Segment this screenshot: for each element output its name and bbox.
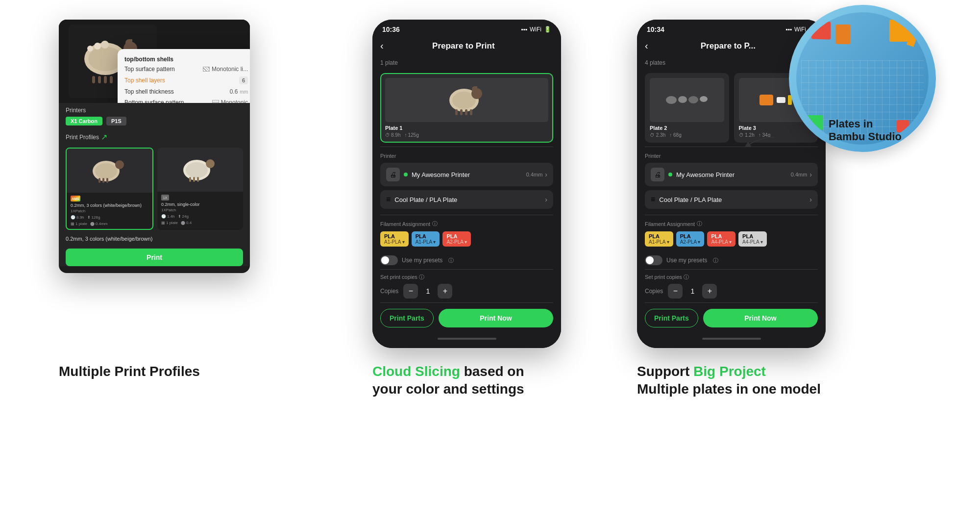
- right-printer-right: 0.4mm ›: [791, 171, 812, 178]
- printer-chips: X1 Carbon P1S: [66, 117, 243, 125]
- right-filament-label: Filament Assignment: [645, 221, 695, 227]
- profiles-grid: AMS 0.2mm, 3 colors (white/beige/brown) …: [59, 145, 250, 233]
- printer-name: My Awesome Printer: [412, 171, 470, 178]
- profiles-label: Print Profiles ↗: [59, 129, 250, 145]
- printer-icon: 🖨: [386, 168, 400, 181]
- printer-chip-p1s[interactable]: P1S: [106, 117, 126, 125]
- profile-ams: AMS: [71, 196, 148, 201]
- studio-screen: top/bottom shells Top surface pattern Mo…: [59, 20, 250, 266]
- right-print-now-button[interactable]: Print Now: [703, 309, 818, 327]
- right-filament-chip-3[interactable]: PLA A4-PLA ▾: [707, 231, 735, 247]
- right-copies-plus[interactable]: +: [702, 284, 717, 299]
- printer-left: 🖨 My Awesome Printer: [386, 168, 470, 181]
- profile-stat-plates-2: ▦ 1 plate: [161, 221, 178, 225]
- wifi-icon: WiFi: [530, 26, 541, 33]
- right-toggle-knob: [646, 256, 654, 264]
- right-plate-type-name: Cool Plate / PLA Plate: [659, 196, 722, 203]
- right-printer-left: 🖨 My Awesome Printer: [651, 168, 735, 181]
- printers-label: Printers: [66, 107, 243, 114]
- right-plate-img-2: [650, 78, 724, 122]
- profile-stats-1: 🕐 8.9h ⬆ 126g: [71, 215, 148, 220]
- copies-row: Copies − 1 +: [380, 284, 553, 299]
- filament-section: Filament Assignment ⓘ PLA A1-PLA ▾ PLA A…: [372, 215, 561, 251]
- profile-stat-nozzle: ⬤ 0.4mm: [90, 222, 107, 226]
- right-filament-chip-2[interactable]: PLA A2-PLA ▾: [676, 231, 705, 247]
- middle-screen: 10:36 ▪▪▪ WiFi 🔋 ‹ Prepare to Print 1 pl…: [372, 20, 561, 348]
- filament-chip-3[interactable]: PLA A2-PLA ▾: [442, 231, 471, 247]
- plate-stat-time: ⏱ 8.9h: [385, 132, 400, 138]
- right-stat-weight-2: ↑ 68g: [669, 132, 681, 138]
- print-parts-button[interactable]: Print Parts: [380, 309, 434, 327]
- copies-minus-button[interactable]: −: [403, 284, 418, 299]
- filament-chips: PLA A1-PLA ▾ PLA A1-PLA ▾ PLA A2-PLA ▾: [380, 231, 553, 247]
- status-bar: 10:36 ▪▪▪ WiFi 🔋: [372, 20, 561, 36]
- profile-stat-time-2: 🕐 1.4h: [161, 214, 175, 219]
- right-presets-toggle[interactable]: [645, 255, 662, 265]
- plate-type-icon: ≡: [386, 195, 391, 204]
- presets-toggle[interactable]: [380, 255, 398, 265]
- profile-ams-2: 1X: [161, 195, 239, 200]
- nav-bar: ‹ Prepare to Print: [372, 36, 561, 55]
- selected-profile-text: 0.2mm, 3 colors (white/beige/brown): [66, 236, 243, 242]
- presets-toggle-row: Use my presets ⓘ: [372, 251, 561, 269]
- right-filament-chip-1[interactable]: PLA A1-PLA ▾: [645, 231, 673, 247]
- block-green: [806, 115, 823, 130]
- right-filament-chip-4[interactable]: PLA A4-PLA ▾: [738, 231, 767, 247]
- right-filament-section: Filament Assignment ⓘ PLA A1-PLA ▾ PLA A…: [637, 215, 826, 251]
- printer-chip-x1[interactable]: X1 Carbon: [66, 117, 102, 125]
- profile-card-2[interactable]: 1X 0.2mm, single-color 1XPatch 🕐 1.4h ⬆ …: [157, 148, 243, 230]
- profile-info-2: 1X 0.2mm, single-color 1XPatch 🕐 1.4h ⬆ …: [157, 192, 243, 228]
- profile-info-1: AMS 0.2mm, 3 colors (white/beige/brown) …: [67, 193, 152, 229]
- arrow-icon: ↗: [101, 132, 107, 142]
- plate-thumb-1[interactable]: Plate 1 ⏱ 8.9h ↑ 125g: [380, 73, 553, 143]
- right-printer-row[interactable]: 🖨 My Awesome Printer 0.4mm ›: [645, 163, 818, 186]
- right-copies-value: 1: [687, 287, 697, 295]
- right-printer-icon: 🖨: [651, 168, 664, 181]
- profile-thumb-1: [67, 149, 152, 193]
- right-plate-stats-2: ⏱ 2.3h ↑ 68g: [650, 132, 724, 138]
- right-print-parts-button[interactable]: Print Parts: [645, 309, 698, 327]
- pattern-icon: [212, 100, 219, 103]
- plate-type-row[interactable]: ≡ Cool Plate / PLA Plate ›: [380, 190, 553, 209]
- home-indicator: [372, 333, 561, 348]
- settings-popup: top/bottom shells Top surface pattern Mo…: [118, 49, 250, 103]
- print-button[interactable]: Print: [66, 249, 243, 266]
- right-filament-header: Filament Assignment ⓘ: [645, 220, 818, 227]
- profile-patch-1: 1XPatch: [71, 209, 148, 213]
- settings-row: Bottom surface pattern Monotonic: [118, 97, 250, 103]
- ams-badge: AMS: [71, 196, 80, 201]
- right-plate-type-left: ≡ Cool Plate / PLA Plate: [651, 195, 722, 204]
- right-status-time: 10:34: [647, 25, 664, 33]
- right-nav-title: Prepare to P...: [638, 41, 818, 51]
- middle-phone: 10:36 ▪▪▪ WiFi 🔋 ‹ Prepare to Print 1 pl…: [372, 20, 561, 348]
- right-copies-main-label: Set print copies ⓘ: [645, 274, 818, 281]
- right-plate-chevron: ›: [809, 196, 812, 203]
- right-plate-type-row[interactable]: ≡ Cool Plate / PLA Plate ›: [645, 190, 818, 209]
- copies-plus-button[interactable]: +: [438, 284, 452, 299]
- right-filament-info-icon: ⓘ: [697, 220, 702, 227]
- middle-section-label: Cloud Slicing based on your color and se…: [372, 363, 608, 399]
- printer-row[interactable]: 🖨 My Awesome Printer 0.4mm ›: [380, 163, 553, 186]
- right-presets-info-icon: ⓘ: [713, 257, 718, 264]
- annotation-arrow-svg: [740, 132, 779, 152]
- right-copies-sub-label: Copies: [645, 288, 663, 295]
- printer-right: 0.4mm ›: [526, 171, 547, 178]
- filament-chip-1[interactable]: PLA A1-PLA ▾: [380, 231, 409, 247]
- printer-nozzle: 0.4mm: [526, 172, 543, 177]
- status-time: 10:36: [382, 25, 400, 33]
- print-now-button[interactable]: Print Now: [439, 309, 553, 327]
- pattern-icon: [203, 67, 210, 72]
- right-home-indicator: [637, 333, 826, 348]
- plate-name: Plate 1: [385, 125, 548, 131]
- profile-stat-time: 🕐 8.9h: [71, 215, 84, 220]
- right-plate-name-2: Plate 2: [650, 125, 724, 131]
- filament-chip-2[interactable]: PLA A1-PLA ▾: [412, 231, 440, 247]
- toggle-knob: [381, 256, 389, 264]
- plates-row: Plate 1 ⏱ 8.9h ↑ 125g: [372, 69, 561, 147]
- right-copies-minus[interactable]: −: [668, 284, 683, 299]
- profile-card-1[interactable]: AMS 0.2mm, 3 colors (white/beige/brown) …: [66, 148, 153, 230]
- right-copies-info-icon: ⓘ: [684, 274, 689, 280]
- right-plate-thumb-2[interactable]: Plate 2 ⏱ 2.3h ↑ 68g: [645, 73, 729, 143]
- plate-stats: ⏱ 8.9h ↑ 125g: [385, 132, 548, 138]
- right-presets-label: Use my presets: [666, 257, 707, 264]
